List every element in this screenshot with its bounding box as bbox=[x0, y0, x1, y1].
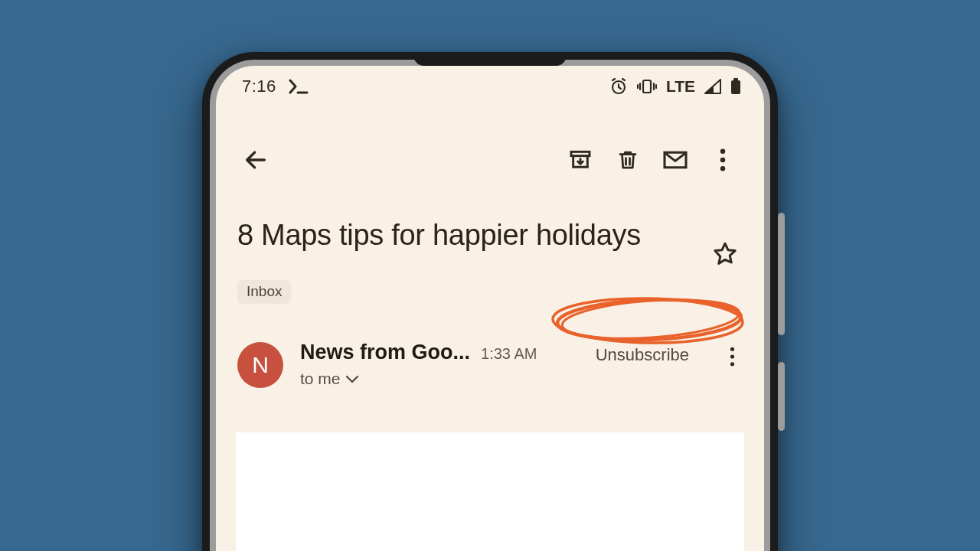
svg-point-9 bbox=[730, 347, 733, 350]
recipients-toggle[interactable]: to me bbox=[300, 370, 359, 388]
recipients-summary: to me bbox=[300, 370, 341, 388]
svg-point-6 bbox=[720, 148, 726, 154]
signal-icon bbox=[704, 79, 721, 94]
svg-point-13 bbox=[553, 297, 743, 344]
svg-rect-1 bbox=[643, 80, 651, 93]
svg-point-10 bbox=[730, 354, 733, 358]
screen: 7:16 LTE bbox=[216, 66, 764, 551]
sent-time: 1:33 AM bbox=[481, 345, 537, 363]
phone-frame: 7:16 LTE bbox=[202, 52, 778, 551]
sender-more-button[interactable] bbox=[718, 341, 746, 374]
message-body[interactable] bbox=[236, 432, 744, 551]
delete-button[interactable] bbox=[608, 141, 648, 181]
mark-unread-button[interactable] bbox=[655, 141, 695, 181]
status-bar: 7:16 LTE bbox=[216, 66, 764, 107]
volume-button bbox=[778, 213, 785, 335]
power-button bbox=[778, 362, 785, 431]
archive-button[interactable] bbox=[560, 141, 600, 181]
phone-bezel: 7:16 LTE bbox=[210, 60, 770, 551]
svg-rect-3 bbox=[733, 78, 738, 80]
toolbar-more-button[interactable] bbox=[703, 141, 743, 181]
svg-point-12 bbox=[557, 297, 742, 343]
sender-avatar[interactable]: N bbox=[237, 342, 283, 388]
more-vert-icon bbox=[720, 148, 726, 174]
star-outline-icon bbox=[711, 240, 739, 270]
svg-point-11 bbox=[730, 362, 733, 366]
unsubscribe-button[interactable]: Unsubscribe bbox=[590, 341, 695, 370]
svg-rect-2 bbox=[731, 80, 740, 94]
label-chip[interactable]: Inbox bbox=[237, 280, 291, 304]
email-subject: 8 Maps tips for happier holidays bbox=[237, 217, 694, 253]
star-button[interactable] bbox=[707, 237, 743, 272]
envelope-icon bbox=[662, 149, 688, 173]
svg-point-8 bbox=[720, 166, 726, 171]
svg-rect-4 bbox=[571, 152, 590, 155]
back-button[interactable] bbox=[236, 141, 276, 181]
archive-icon bbox=[568, 148, 593, 174]
alarm-icon bbox=[609, 77, 628, 96]
chevron-down-icon bbox=[345, 370, 359, 388]
network-label: LTE bbox=[666, 77, 695, 96]
status-time: 7:16 bbox=[242, 77, 276, 96]
more-vert-icon bbox=[730, 347, 735, 369]
sender-row: N News from Goo... 1:33 AM to me Unsubsc… bbox=[216, 304, 764, 388]
speaker-notch bbox=[413, 55, 567, 66]
sender-name: News from Goo... bbox=[300, 341, 470, 364]
arrow-left-icon bbox=[243, 147, 269, 175]
terminal-icon bbox=[289, 79, 309, 94]
email-toolbar bbox=[216, 107, 764, 191]
trash-icon bbox=[616, 148, 639, 174]
battery-icon bbox=[730, 78, 741, 95]
svg-point-7 bbox=[720, 157, 726, 162]
vibrate-icon bbox=[637, 78, 657, 95]
